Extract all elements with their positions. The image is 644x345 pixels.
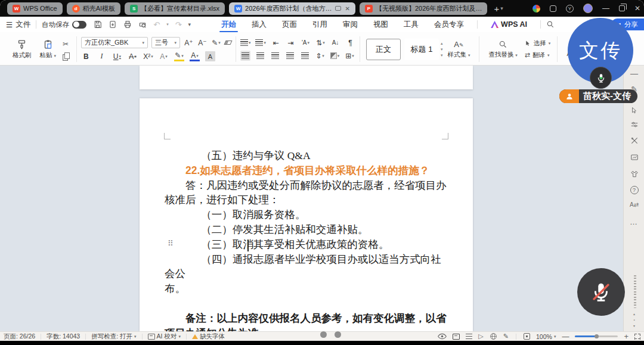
adjust-sliders-icon[interactable] [624, 119, 644, 129]
text-effects-icon[interactable]: ✎▾ [211, 38, 221, 48]
tab-page[interactable]: 页面 [274, 17, 305, 32]
clear-format-icon[interactable] [224, 41, 232, 45]
strikethrough-button[interactable]: A▾ [128, 51, 138, 61]
web-view-icon[interactable] [490, 332, 497, 340]
superscript-button[interactable]: X²▾ [143, 51, 153, 61]
format-painter-button[interactable]: 格式刷 [8, 35, 36, 64]
line-spacing-button[interactable]: ⇕▾ [315, 51, 325, 61]
tab-spreadsheet[interactable]: S 【必看】宣传素材目录.xlsx [125, 2, 225, 15]
select-button[interactable]: 选择▾ [525, 39, 551, 48]
doc-line-note[interactable]: 项目办通知公告为准。 [165, 326, 450, 331]
doc-line[interactable]: 答：凡因违约或受处分而解除协议的志愿者，经省项目办 [165, 178, 450, 193]
mic-active-button[interactable] [590, 67, 612, 89]
tab-docer-templates[interactable]: d 稻壳AI模板 [67, 2, 120, 15]
mic-muted-button[interactable] [577, 268, 625, 316]
sign-card-icon[interactable] [624, 152, 644, 161]
zoom-level[interactable]: 100%▾ [536, 333, 556, 340]
font-color-button[interactable]: A▾ [190, 51, 200, 61]
doc-line[interactable]: （四）通报志愿者毕业学校项目办或以适当方式向社会公 [165, 252, 450, 282]
zoom-in-button[interactable]: + [624, 332, 628, 341]
theme-palette-icon[interactable] [532, 5, 540, 13]
justify-button[interactable] [285, 51, 295, 61]
undo-chevron-icon[interactable]: ▾ [166, 22, 169, 27]
align-right-button[interactable] [270, 51, 280, 61]
font-name-select[interactable]: 方正仿宋_GBK▾ [81, 37, 148, 48]
doc-line-question[interactable]: 22.如果志愿者违约，省项目办将采取什么样的措施？ [165, 163, 450, 178]
highlight-color-button[interactable]: ✎▾ [174, 51, 184, 61]
sort-button[interactable]: A↓ [330, 38, 340, 48]
read-mode-icon[interactable]: ▷ [478, 332, 483, 340]
outline-view-icon[interactable] [466, 334, 472, 339]
comment-bubble-icon[interactable] [335, 6, 341, 11]
workbench-icon[interactable] [550, 5, 556, 12]
doc-blank-line[interactable] [165, 296, 450, 311]
tab-list-chevron-icon[interactable]: ▾ [500, 5, 503, 11]
account-avatar[interactable] [583, 4, 593, 13]
tab-home[interactable]: 开始 [213, 17, 244, 32]
integration-wheel-icon[interactable]: Y [566, 5, 574, 13]
quickbar-chevron-icon[interactable]: ▾ [188, 21, 191, 27]
tab-view[interactable]: 视图 [366, 17, 396, 32]
search-icon[interactable] [546, 20, 555, 29]
tab-tools[interactable]: 工具 [396, 17, 426, 32]
shrink-font-button[interactable]: A⁻ [197, 38, 208, 48]
ai-proofread-button[interactable]: AI 校对▾ [148, 332, 181, 341]
page-view-icon[interactable] [453, 334, 460, 340]
borders-button[interactable]: ⊞▾ [345, 51, 355, 61]
restore-window-icon[interactable] [619, 5, 625, 11]
doc-line[interactable]: 布。 [165, 281, 450, 296]
tab-document-active[interactable]: W 2026年度西部计划（含地方… ✕ [229, 2, 355, 15]
eye-protect-icon[interactable] [438, 333, 447, 340]
fullscreen-icon[interactable] [634, 334, 640, 340]
find-replace-button[interactable]: 查找替换 ▾ [484, 35, 522, 64]
italic-button[interactable]: I [97, 51, 107, 61]
redo-icon[interactable]: ↷ [175, 20, 182, 29]
tab-membership[interactable]: 会员专享 [426, 17, 472, 32]
bold-button[interactable]: B [81, 51, 91, 61]
panel-collapse-icon[interactable]: — [624, 69, 644, 78]
previous-page-bottom[interactable] [140, 66, 473, 89]
underline-button[interactable]: U▾ [112, 51, 122, 61]
tab-wps-ai[interactable]: WPS AI [483, 17, 535, 32]
scroll-dot[interactable] [320, 331, 327, 338]
wordart-button[interactable]: A▾ [159, 51, 169, 61]
page-scrub-widget[interactable]: ▴▪▾ [624, 311, 644, 329]
translate-panel-icon[interactable]: A⇄ [624, 201, 644, 208]
pointer-icon[interactable] [624, 105, 644, 114]
decrease-indent-button[interactable]: ⇤ [271, 38, 281, 48]
autosave-toggle[interactable] [72, 21, 86, 29]
minimize-window-icon[interactable]: — [602, 4, 609, 13]
export-icon[interactable] [109, 20, 117, 29]
doc-line[interactable]: （三）取消其享受相关优惠政策的资格。 [165, 237, 450, 252]
save-icon[interactable] [94, 20, 102, 29]
missing-font-warning[interactable]: 缺失字体 [192, 332, 225, 341]
cut-icon[interactable]: ✂ [63, 40, 70, 48]
scroll-dot[interactable] [335, 331, 341, 338]
zoom-slider[interactable] [575, 335, 618, 337]
increase-indent-button[interactable]: ⇥ [286, 38, 296, 48]
word-count[interactable]: 字数: 14043 [47, 332, 80, 341]
paste-button[interactable]: 粘贴 ▾ [36, 35, 60, 64]
file-menu[interactable]: ☰ 文件 [6, 20, 30, 30]
style-set-button[interactable]: A✎ 样式集 ▾ [442, 35, 475, 64]
undo-icon[interactable]: ↶ [153, 20, 160, 29]
focus-mode-icon[interactable] [524, 333, 530, 340]
skin-theme-icon[interactable] [624, 169, 644, 178]
doc-line[interactable]: （一）取消服务资格。 [165, 207, 450, 222]
zoom-slider-knob[interactable] [595, 334, 599, 338]
print-preview-icon[interactable] [138, 20, 147, 29]
new-tab-button[interactable]: + [494, 4, 499, 14]
tab-wps-home[interactable]: W WPS Office [7, 2, 63, 15]
tab-insert[interactable]: 插入 [244, 17, 274, 32]
close-tab-icon[interactable]: ✕ [345, 5, 350, 12]
document-workspace[interactable]: （五）违约与争议 Q&A 22.如果志愿者违约，省项目办将采取什么样的措施？ 答… [0, 66, 644, 331]
help-icon[interactable]: ? [624, 185, 644, 194]
copy-icon[interactable] [64, 52, 70, 59]
document-text[interactable]: （五）违约与争议 Q&A 22.如果志愿者违约，省项目办将采取什么样的措施？ 答… [165, 148, 450, 331]
shading-button[interactable]: ▾ [330, 51, 340, 61]
char-shading-button[interactable]: A [205, 51, 215, 61]
tab-reference[interactable]: 引用 [305, 17, 335, 32]
paragraph-layout-button[interactable]: ⇅▾ [315, 38, 326, 48]
align-left-button[interactable] [240, 51, 250, 61]
print-icon[interactable] [123, 20, 132, 29]
